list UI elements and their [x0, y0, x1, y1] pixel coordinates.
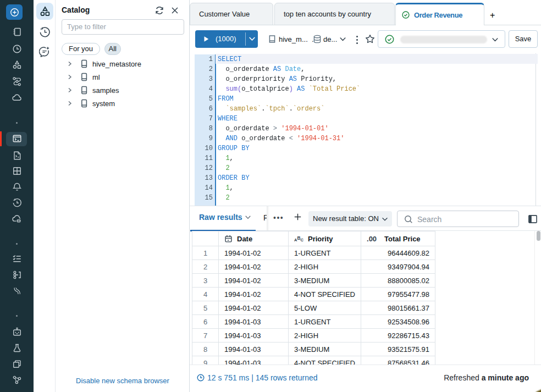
svg-text:C: C [301, 237, 303, 242]
